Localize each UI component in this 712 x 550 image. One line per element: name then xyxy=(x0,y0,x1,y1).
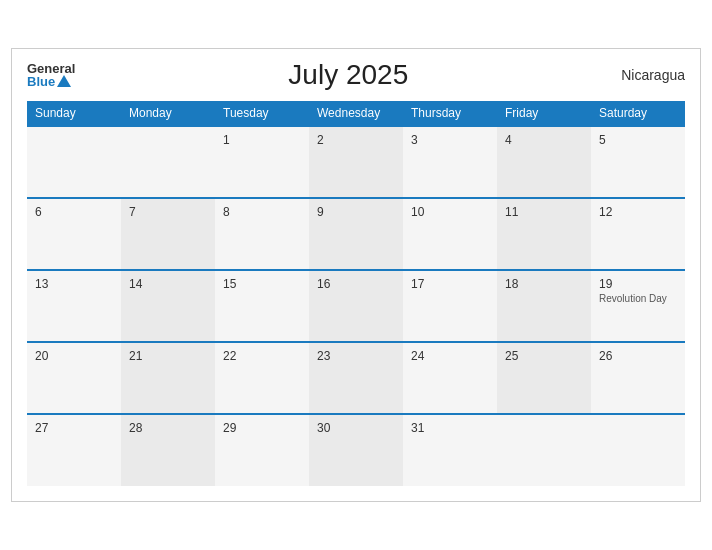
week-row-2: 13141516171819Revolution Day xyxy=(27,270,685,342)
calendar-cell: 21 xyxy=(121,342,215,414)
day-number: 1 xyxy=(223,133,301,147)
calendar-header: General Blue July 2025 Nicaragua xyxy=(27,59,685,91)
calendar-cell: 27 xyxy=(27,414,121,486)
calendar-cell: 14 xyxy=(121,270,215,342)
day-number: 18 xyxy=(505,277,583,291)
day-number: 15 xyxy=(223,277,301,291)
calendar-cell: 18 xyxy=(497,270,591,342)
calendar-cell: 3 xyxy=(403,126,497,198)
calendar-cell: 25 xyxy=(497,342,591,414)
week-row-1: 6789101112 xyxy=(27,198,685,270)
day-number: 14 xyxy=(129,277,207,291)
calendar-cell: 22 xyxy=(215,342,309,414)
weekday-header-tuesday: Tuesday xyxy=(215,101,309,126)
calendar-cell: 30 xyxy=(309,414,403,486)
weekday-header-saturday: Saturday xyxy=(591,101,685,126)
calendar-cell xyxy=(591,414,685,486)
calendar-cell: 6 xyxy=(27,198,121,270)
day-number: 7 xyxy=(129,205,207,219)
calendar-cell: 29 xyxy=(215,414,309,486)
day-number: 12 xyxy=(599,205,677,219)
calendar-cell: 1 xyxy=(215,126,309,198)
calendar-cell: 20 xyxy=(27,342,121,414)
calendar-cell: 23 xyxy=(309,342,403,414)
day-number: 16 xyxy=(317,277,395,291)
day-number: 21 xyxy=(129,349,207,363)
weekday-header-friday: Friday xyxy=(497,101,591,126)
logo-triangle-icon xyxy=(57,75,71,87)
calendar-cell: 4 xyxy=(497,126,591,198)
calendar-country: Nicaragua xyxy=(621,67,685,83)
calendar-cell: 12 xyxy=(591,198,685,270)
calendar-cell: 10 xyxy=(403,198,497,270)
day-number: 26 xyxy=(599,349,677,363)
day-number: 17 xyxy=(411,277,489,291)
day-number: 4 xyxy=(505,133,583,147)
calendar-cell: 19Revolution Day xyxy=(591,270,685,342)
day-number: 19 xyxy=(599,277,677,291)
day-number: 20 xyxy=(35,349,113,363)
day-number: 28 xyxy=(129,421,207,435)
day-number: 23 xyxy=(317,349,395,363)
calendar-cell: 16 xyxy=(309,270,403,342)
day-number: 30 xyxy=(317,421,395,435)
day-number: 6 xyxy=(35,205,113,219)
day-number: 5 xyxy=(599,133,677,147)
day-number: 11 xyxy=(505,205,583,219)
calendar-cell: 5 xyxy=(591,126,685,198)
day-number: 13 xyxy=(35,277,113,291)
day-number: 2 xyxy=(317,133,395,147)
calendar-cell xyxy=(121,126,215,198)
calendar-cell: 8 xyxy=(215,198,309,270)
weekday-header-monday: Monday xyxy=(121,101,215,126)
day-number: 27 xyxy=(35,421,113,435)
logo-blue-text: Blue xyxy=(27,75,71,88)
calendar-cell: 28 xyxy=(121,414,215,486)
day-number: 10 xyxy=(411,205,489,219)
weekday-header-row: SundayMondayTuesdayWednesdayThursdayFrid… xyxy=(27,101,685,126)
day-event: Revolution Day xyxy=(599,293,677,304)
calendar-cell: 11 xyxy=(497,198,591,270)
calendar-container: General Blue July 2025 Nicaragua SundayM… xyxy=(11,48,701,502)
day-number: 22 xyxy=(223,349,301,363)
calendar-cell: 17 xyxy=(403,270,497,342)
calendar-cell xyxy=(27,126,121,198)
weekday-header-sunday: Sunday xyxy=(27,101,121,126)
calendar-cell: 13 xyxy=(27,270,121,342)
day-number: 24 xyxy=(411,349,489,363)
calendar-cell: 24 xyxy=(403,342,497,414)
calendar-cell: 7 xyxy=(121,198,215,270)
week-row-3: 20212223242526 xyxy=(27,342,685,414)
day-number: 29 xyxy=(223,421,301,435)
weekday-header-wednesday: Wednesday xyxy=(309,101,403,126)
calendar-cell xyxy=(497,414,591,486)
calendar-cell: 2 xyxy=(309,126,403,198)
day-number: 25 xyxy=(505,349,583,363)
week-row-0: 12345 xyxy=(27,126,685,198)
calendar-cell: 31 xyxy=(403,414,497,486)
day-number: 9 xyxy=(317,205,395,219)
weekday-header-thursday: Thursday xyxy=(403,101,497,126)
calendar-title: July 2025 xyxy=(288,59,408,91)
day-number: 8 xyxy=(223,205,301,219)
calendar-cell: 26 xyxy=(591,342,685,414)
week-row-4: 2728293031 xyxy=(27,414,685,486)
logo: General Blue xyxy=(27,62,75,88)
calendar-cell: 15 xyxy=(215,270,309,342)
day-number: 3 xyxy=(411,133,489,147)
calendar-cell: 9 xyxy=(309,198,403,270)
day-number: 31 xyxy=(411,421,489,435)
calendar-grid: SundayMondayTuesdayWednesdayThursdayFrid… xyxy=(27,101,685,486)
